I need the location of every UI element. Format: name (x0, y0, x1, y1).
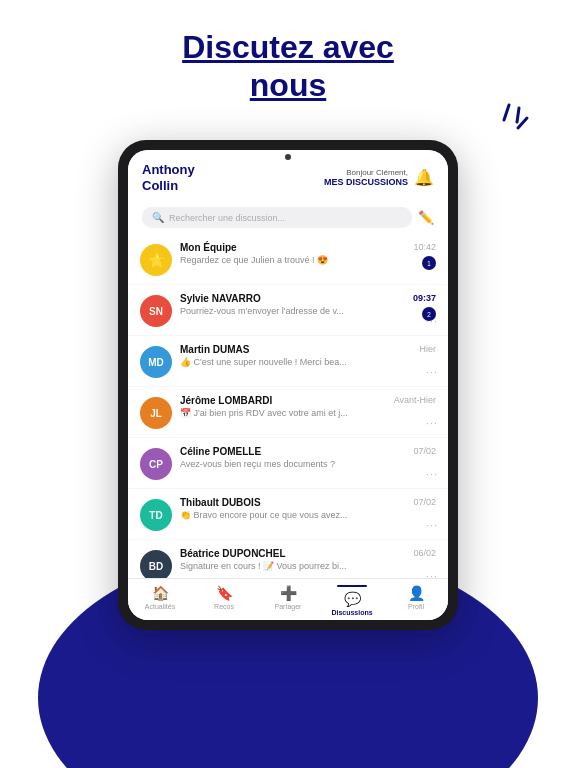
conv-preview: Regardez ce que Julien a trouvé ! 😍 (180, 255, 405, 265)
avatar: CP (140, 448, 172, 480)
conv-preview: Avez-vous bien reçu mes documents ? (180, 459, 405, 469)
list-item[interactable]: SN Sylvie NAVARRO Pourriez-vous m'envoye… (128, 285, 448, 335)
nav-label: Actualités (145, 603, 175, 610)
tablet-frame: Anthony Collin Bonjour Clément, MES DISC… (118, 140, 458, 630)
avatar: BD (140, 550, 172, 578)
profile-icon: 👤 (408, 585, 425, 601)
tablet-camera (285, 154, 291, 160)
conv-badge: 1 (422, 256, 436, 270)
conv-body: Sylvie NAVARRO Pourriez-vous m'envoyer l… (180, 293, 405, 316)
add-icon: ➕ (280, 585, 297, 601)
app-logo: Anthony Collin (142, 162, 195, 193)
conv-preview: 👏 Bravo encore pour ce que vous avez... (180, 510, 405, 520)
list-item[interactable]: TD Thibault DUBOIS 👏 Bravo encore pour c… (128, 489, 448, 539)
active-bar (337, 585, 367, 587)
nav-item-actualites[interactable]: 🏠 Actualités (128, 585, 192, 616)
bookmark-icon: 🔖 (216, 585, 233, 601)
more-options-icon[interactable]: ··· (426, 417, 438, 429)
avatar: ⭐ (140, 244, 172, 276)
svg-line-1 (517, 108, 519, 122)
header-greeting: Bonjour Clément, MES DISCUSSIONS (324, 168, 408, 187)
search-placeholder: Rechercher une discussion... (169, 213, 285, 223)
nav-label: Partager (275, 603, 302, 610)
conv-time: 06/02 (413, 548, 436, 558)
nav-label: Recos (214, 603, 234, 610)
conv-body: Céline POMELLE Avez-vous bien reçu mes d… (180, 446, 405, 469)
conv-body: Thibault DUBOIS 👏 Bravo encore pour ce q… (180, 497, 405, 520)
conv-time: Avant-Hier (394, 395, 436, 405)
more-options-icon[interactable]: ··· (426, 570, 438, 578)
conv-name: Céline POMELLE (180, 446, 405, 457)
conv-time: 07/02 (413, 446, 436, 456)
conv-name: Béatrice DUPONCHEL (180, 548, 405, 559)
conv-body: Béatrice DUPONCHEL Signature en cours ! … (180, 548, 405, 571)
bell-icon[interactable]: 🔔 (414, 168, 434, 187)
section-label: MES DISCUSSIONS (324, 177, 408, 187)
conv-body: Martin DUMAS 👍 C'est une super nouvelle … (180, 344, 411, 367)
nav-item-profil[interactable]: 👤 Profil (384, 585, 448, 616)
conv-meta: Hier (419, 344, 436, 354)
conv-body: Mon Équipe Regardez ce que Julien a trou… (180, 242, 405, 265)
nav-item-partager[interactable]: ➕ Partager (256, 585, 320, 616)
bottom-navigation: 🏠 Actualités 🔖 Recos ➕ Partager 💬 Discus… (128, 578, 448, 620)
conversation-list: ⭐ Mon Équipe Regardez ce que Julien a tr… (128, 234, 448, 578)
more-options-icon[interactable]: ··· (426, 366, 438, 378)
conv-name: Martin DUMAS (180, 344, 411, 355)
conv-meta: 10:42 1 (413, 242, 436, 270)
home-icon: 🏠 (152, 585, 169, 601)
more-options-icon[interactable]: ··· (426, 468, 438, 480)
conv-preview: Signature en cours ! 📝 Vous pourrez bi..… (180, 561, 405, 571)
avatar: JL (140, 397, 172, 429)
conv-time: 07/02 (413, 497, 436, 507)
conv-time: 09:37 (413, 293, 436, 303)
conv-preview: 📅 J'ai bien pris RDV avec votre ami et j… (180, 408, 386, 418)
tablet-screen: Anthony Collin Bonjour Clément, MES DISC… (128, 150, 448, 620)
list-item[interactable]: MD Martin DUMAS 👍 C'est une super nouvel… (128, 336, 448, 386)
avatar: SN (140, 295, 172, 327)
hero-section: Discutez avec nous (0, 28, 576, 105)
list-item[interactable]: ⭐ Mon Équipe Regardez ce que Julien a tr… (128, 234, 448, 284)
conv-meta: 06/02 (413, 548, 436, 558)
nav-label: Discussions (331, 609, 372, 616)
more-options-icon[interactable]: ··· (426, 315, 438, 327)
conv-name: Sylvie NAVARRO (180, 293, 405, 304)
conv-name: Thibault DUBOIS (180, 497, 405, 508)
list-item[interactable]: JL Jérôme LOMBARDI 📅 J'ai bien pris RDV … (128, 387, 448, 437)
nav-label: Profil (408, 603, 424, 610)
hero-title: Discutez avec nous (0, 28, 576, 105)
search-icon: 🔍 (152, 212, 164, 223)
list-item[interactable]: CP Céline POMELLE Avez-vous bien reçu me… (128, 438, 448, 488)
compose-icon[interactable]: ✏️ (418, 210, 434, 225)
more-options-icon[interactable]: ··· (426, 519, 438, 531)
app-header-right: Bonjour Clément, MES DISCUSSIONS 🔔 (324, 168, 434, 187)
list-item[interactable]: BD Béatrice DUPONCHEL Signature en cours… (128, 540, 448, 578)
chat-icon: 💬 (344, 591, 361, 607)
conv-time: Hier (419, 344, 436, 354)
svg-line-2 (518, 118, 527, 128)
conv-meta: 07/02 (413, 446, 436, 456)
avatar: MD (140, 346, 172, 378)
conv-name: Mon Équipe (180, 242, 405, 253)
greeting-text: Bonjour Clément, (324, 168, 408, 177)
conv-meta: 07/02 (413, 497, 436, 507)
conv-body: Jérôme LOMBARDI 📅 J'ai bien pris RDV ave… (180, 395, 386, 418)
avatar: TD (140, 499, 172, 531)
conv-preview: 👍 C'est une super nouvelle ! Merci bea..… (180, 357, 411, 367)
svg-line-0 (504, 105, 509, 120)
nav-item-discussions[interactable]: 💬 Discussions (320, 585, 384, 616)
conv-time: 10:42 (413, 242, 436, 252)
decorative-lines (484, 100, 534, 154)
conv-preview: Pourriez-vous m'envoyer l'adresse de v..… (180, 306, 405, 316)
search-input-wrap[interactable]: 🔍 Rechercher une discussion... (142, 207, 412, 228)
conv-meta: Avant-Hier (394, 395, 436, 405)
nav-item-recos[interactable]: 🔖 Recos (192, 585, 256, 616)
search-bar: 🔍 Rechercher une discussion... ✏️ (128, 201, 448, 234)
conv-name: Jérôme LOMBARDI (180, 395, 386, 406)
